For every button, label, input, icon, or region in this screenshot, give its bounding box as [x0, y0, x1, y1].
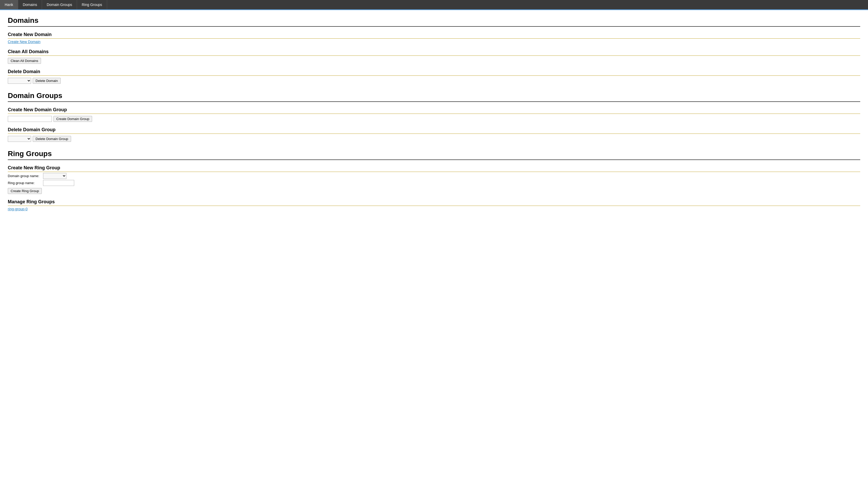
delete-domain-group-select[interactable]: [8, 136, 31, 142]
clean-all-domains-subtitle: Clean All Domains: [8, 49, 860, 56]
domains-section: Domains Create New Domain Create New Dom…: [8, 16, 860, 84]
manage-ring-groups-subtitle: Manage Ring Groups: [8, 199, 860, 206]
create-domain-group-button[interactable]: Create Domain Group: [53, 116, 92, 122]
ring-group-name-label: Ring group name:: [8, 181, 41, 185]
delete-domain-select[interactable]: [8, 78, 31, 84]
domain-group-name-label: Domain group name:: [8, 174, 41, 178]
nav-hank[interactable]: Hank: [0, 0, 18, 9]
ring-group-name-input[interactable]: [43, 180, 74, 186]
delete-domain-block: Delete Domain Delete Domain: [8, 69, 860, 84]
create-new-domain-subtitle: Create New Domain: [8, 32, 860, 39]
create-ring-group-button[interactable]: Create Ring Group: [8, 188, 42, 194]
ring-groups-title: Ring Groups: [8, 150, 860, 160]
delete-domain-subtitle: Delete Domain: [8, 69, 860, 76]
delete-domain-button[interactable]: Delete Domain: [33, 78, 61, 84]
nav-domain-groups[interactable]: Domain Groups: [42, 0, 77, 9]
clean-all-domains-block: Clean All Domains Clean All Domains: [8, 49, 860, 64]
create-new-ring-group-block: Create New Ring Group Domain group name:…: [8, 165, 860, 194]
nav-domains[interactable]: Domains: [18, 0, 42, 9]
ring-group-name-row: Ring group name:: [8, 180, 860, 186]
manage-ring-groups-block: Manage Ring Groups ring-group-0: [8, 199, 860, 211]
delete-domain-group-button[interactable]: Delete Domain Group: [33, 136, 71, 142]
main-content: Domains Create New Domain Create New Dom…: [0, 10, 868, 225]
ring-group-0-link[interactable]: ring-group-0: [8, 207, 28, 211]
create-new-ring-group-subtitle: Create New Ring Group: [8, 165, 860, 172]
create-new-domain-block: Create New Domain Create New Domain: [8, 32, 860, 44]
create-new-domain-link[interactable]: Create New Domain: [8, 40, 40, 44]
create-new-domain-group-subtitle: Create New Domain Group: [8, 107, 860, 114]
navbar: Hank Domains Domain Groups Ring Groups: [0, 0, 868, 10]
domain-group-name-select[interactable]: [43, 173, 66, 179]
domain-group-name-row: Domain group name:: [8, 173, 860, 179]
delete-domain-group-block: Delete Domain Group Delete Domain Group: [8, 127, 860, 142]
domain-groups-section: Domain Groups Create New Domain Group Cr…: [8, 91, 860, 142]
nav-ring-groups[interactable]: Ring Groups: [77, 0, 107, 9]
domain-group-name-input[interactable]: [8, 116, 52, 122]
create-new-domain-group-block: Create New Domain Group Create Domain Gr…: [8, 107, 860, 122]
domain-groups-title: Domain Groups: [8, 91, 860, 102]
delete-domain-group-subtitle: Delete Domain Group: [8, 127, 860, 134]
domains-title: Domains: [8, 16, 860, 27]
ring-groups-section: Ring Groups Create New Ring Group Domain…: [8, 150, 860, 211]
clean-all-domains-button[interactable]: Clean All Domains: [8, 58, 41, 64]
